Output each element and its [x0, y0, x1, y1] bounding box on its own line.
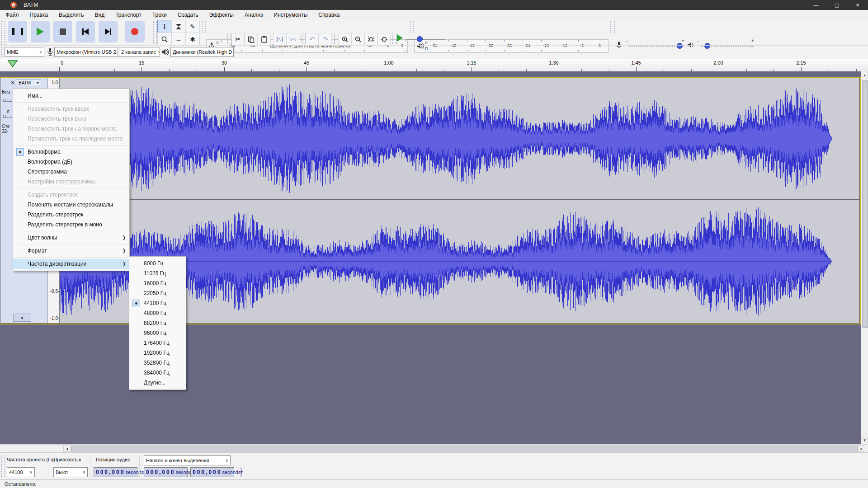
cut-button[interactable]: ✂	[231, 33, 245, 46]
record-volume-knob[interactable]	[677, 43, 683, 49]
menu-item-move-bottom[interactable]: Преместить трек на последнее место	[13, 134, 129, 144]
mixer-grabber[interactable]	[610, 21, 615, 33]
menu-tools[interactable]: Инструменты	[269, 12, 313, 18]
vertical-scroll-thumb[interactable]	[862, 80, 868, 328]
scroll-right-icon[interactable]: ▸	[858, 446, 865, 452]
zoom-out-button[interactable]	[351, 33, 364, 46]
menu-file[interactable]: Файл	[0, 12, 24, 18]
copy-button[interactable]	[245, 33, 258, 46]
menu-item-swap-channels[interactable]: Поменять местами стереоканалы	[13, 200, 129, 210]
silence-selection-button[interactable]	[286, 33, 299, 46]
skip-to-end-button[interactable]	[99, 21, 118, 42]
selection-start-field[interactable]: 000,000 seconds ▾	[144, 467, 188, 477]
play-at-speed-button[interactable]	[397, 34, 403, 42]
menu-edit[interactable]: Правка	[24, 12, 54, 18]
rate-352800[interactable]: 352800 Гц	[129, 358, 186, 368]
time-field-arrow-icon[interactable]: ▾	[241, 468, 242, 477]
rate-384000[interactable]: 384000 Гц	[129, 368, 186, 378]
menu-item-move-down[interactable]: Переместить трек вниз	[13, 114, 129, 124]
rate-11025[interactable]: 11025 Гц	[129, 268, 186, 278]
rate-192000[interactable]: 192000 Гц	[129, 348, 186, 358]
timeline-ruler[interactable]: 0 15 30 45 1:00 1:15 1:30 1:45 2:00 2:15	[0, 59, 868, 72]
horizontal-scroll-thumb[interactable]	[71, 446, 858, 452]
redo-button[interactable]: ↷	[319, 33, 332, 46]
menu-item-split-stereo[interactable]: Разделить стереотрек	[13, 210, 129, 220]
close-track-icon[interactable]: ✕	[9, 80, 16, 86]
minimize-icon[interactable]: —	[806, 0, 826, 10]
recording-channels-select[interactable]: 2 канала запис∨	[119, 47, 160, 57]
menu-item-spectrogram-settings[interactable]: Настройки спектрограммы...	[13, 177, 129, 187]
menu-item-waveform-db[interactable]: Волноформа (дБ)	[13, 157, 129, 167]
envelope-tool-button[interactable]	[171, 20, 186, 33]
menu-tracks[interactable]: Треки	[147, 12, 172, 18]
scroll-down-icon[interactable]: ▾	[862, 437, 868, 443]
menu-item-spectrogram[interactable]: Спектрограмма	[13, 167, 129, 177]
horizontal-scrollbar[interactable]: ◂ ▸	[0, 444, 868, 453]
playback-meter[interactable]: Л П -54 -48 -42 -36 -30 -24 -18 -12 -6 0	[414, 39, 609, 53]
track-title-menu[interactable]: BATM ▼	[17, 80, 41, 86]
scroll-left-icon[interactable]: ◂	[63, 446, 71, 452]
record-meter-grabber[interactable]	[202, 21, 206, 33]
draw-tool-button[interactable]: ✎	[185, 20, 200, 33]
multi-tool-button[interactable]: ✱	[185, 33, 200, 46]
menu-transport[interactable]: Транспорт	[110, 12, 147, 18]
selection-end-field[interactable]: 000,000 seconds ▾	[190, 467, 234, 477]
menu-item-format[interactable]: Формат❯	[13, 246, 129, 256]
rate-48000[interactable]: 48000 Гц	[129, 308, 186, 318]
mute-button-fragment[interactable]: Без	[2, 89, 10, 94]
rate-16000[interactable]: 16000 Гц	[129, 278, 186, 288]
play-volume-knob[interactable]	[704, 43, 710, 49]
edit-grabber[interactable]	[227, 33, 231, 44]
record-button[interactable]	[125, 21, 145, 42]
menu-view[interactable]: Вид	[89, 12, 110, 18]
menu-select[interactable]: Выделить	[53, 12, 89, 18]
rate-88200[interactable]: 88200 Гц	[129, 318, 186, 328]
collapse-track-button[interactable]: ▲	[13, 314, 31, 322]
project-rate-select[interactable]: 44100∨	[7, 467, 35, 477]
pause-button[interactable]	[8, 21, 27, 42]
vertical-scrollbar[interactable]: ▴ ▾	[861, 71, 868, 444]
selection-grabber[interactable]	[1, 455, 5, 477]
selection-tool-button[interactable]: I	[157, 20, 172, 33]
rate-other[interactable]: Другие...	[129, 378, 186, 388]
tools-grabber[interactable]	[153, 21, 157, 44]
menu-item-name[interactable]: Имя...	[13, 91, 129, 101]
selection-mode-select[interactable]: Начало и конец выделения∨	[144, 455, 231, 465]
rate-44100[interactable]: 44100 Гц	[129, 298, 186, 308]
audio-host-select[interactable]: MME∨	[5, 47, 44, 57]
rate-96000[interactable]: 96000 Гц	[129, 328, 186, 338]
paste-button[interactable]	[258, 33, 271, 46]
play-speed-slider[interactable]	[406, 39, 445, 40]
menu-item-make-stereo[interactable]: Создать стереотрек	[13, 190, 129, 200]
menu-item-waveform[interactable]: Волноформа	[13, 147, 129, 157]
maximize-icon[interactable]: ▢	[826, 0, 847, 10]
waveform-left-channel[interactable]	[59, 79, 832, 199]
rate-22050[interactable]: 22050 Гц	[129, 288, 186, 298]
recording-device-select[interactable]: Микрофон (Vimicro USB 2.∨	[54, 47, 118, 57]
snap-to-select[interactable]: Выкл∨	[53, 467, 88, 477]
stop-button[interactable]	[53, 21, 72, 42]
playspeed-grabber[interactable]	[392, 33, 397, 44]
play-speed-knob[interactable]	[417, 36, 423, 42]
trim-outside-button[interactable]	[273, 33, 286, 46]
menu-generate[interactable]: Создать	[172, 12, 204, 18]
playback-device-select[interactable]: Динамики (Realtek High D∨	[170, 47, 234, 57]
zoom-tool-button[interactable]	[157, 33, 172, 46]
menu-help[interactable]: Справка	[313, 12, 345, 18]
close-icon[interactable]: ✕	[847, 0, 868, 10]
scroll-up-icon[interactable]: ▴	[862, 72, 868, 78]
zoom-selection-button[interactable]	[364, 33, 377, 46]
play-meter-grabber[interactable]	[410, 21, 414, 33]
timeshift-tool-button[interactable]: ↔	[171, 33, 186, 46]
quick-play-pin-icon[interactable]	[7, 60, 18, 68]
gain-slider-fragment[interactable]	[3, 99, 12, 102]
menu-item-split-stereo-mono[interactable]: Разделить стереотрек в моно	[13, 220, 129, 230]
play-button[interactable]	[31, 21, 50, 42]
pan-slider-fragment[interactable]	[3, 115, 12, 118]
zoom-fit-button[interactable]	[377, 33, 391, 46]
zoom-in-button[interactable]	[338, 33, 351, 46]
menu-item-wave-color[interactable]: Цвет волны❯	[13, 233, 129, 243]
transport-grabber[interactable]	[1, 21, 5, 45]
menu-analyze[interactable]: Анализ	[239, 12, 269, 18]
menu-effects[interactable]: Эффекты	[203, 12, 239, 18]
